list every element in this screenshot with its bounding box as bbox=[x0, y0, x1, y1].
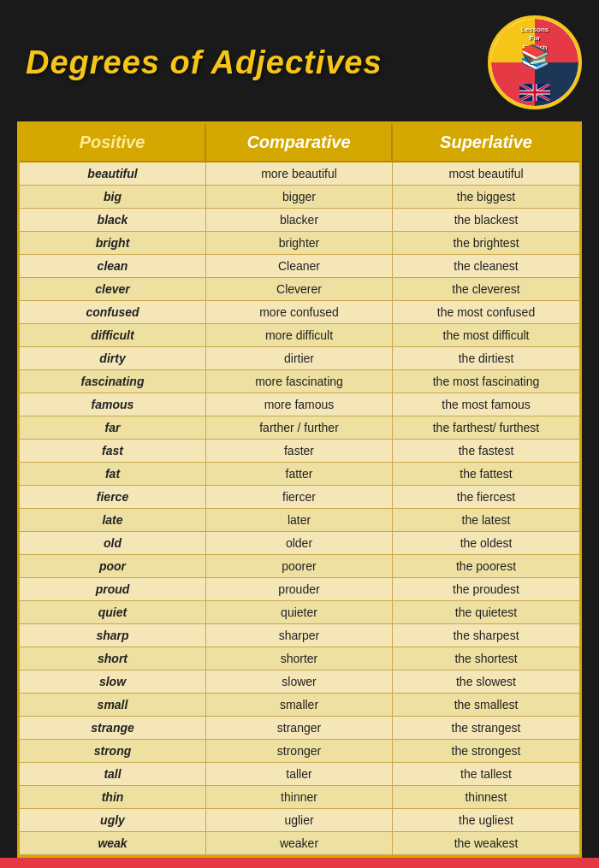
cell-positive: tall bbox=[20, 763, 206, 785]
cell-superlative: the brightest bbox=[393, 232, 579, 254]
cell-positive: fierce bbox=[20, 486, 206, 508]
table-row: confusedmore confusedthe most confused bbox=[20, 301, 579, 324]
table-row: brightbrighterthe brightest bbox=[20, 232, 579, 255]
cell-superlative: the most confused bbox=[393, 301, 579, 323]
cell-comparative: later bbox=[206, 509, 393, 531]
table-row: fatfatterthe fattest bbox=[20, 463, 579, 486]
table-row: poorpoorerthe poorest bbox=[20, 555, 579, 578]
table-row: dirtydirtierthe dirtiest bbox=[20, 347, 579, 370]
cell-superlative: the smallest bbox=[393, 694, 579, 716]
cell-comparative: slower bbox=[206, 670, 393, 693]
table-row: fastfasterthe fastest bbox=[20, 440, 579, 463]
cell-superlative: most beautiful bbox=[393, 162, 579, 185]
column-header-positive: Positive bbox=[20, 124, 206, 161]
cell-comparative: thinner bbox=[206, 786, 393, 808]
cell-comparative: Cleverer bbox=[206, 278, 393, 300]
cell-comparative: taller bbox=[206, 763, 393, 785]
cell-comparative: poorer bbox=[206, 555, 393, 577]
cell-positive: short bbox=[20, 647, 206, 670]
cell-positive: dirty bbox=[20, 347, 206, 369]
book-icon: 📚 bbox=[520, 43, 550, 71]
cell-comparative: stranger bbox=[206, 717, 393, 739]
table-row: uglyuglierthe ugliest bbox=[20, 809, 579, 832]
table-body: beautifulmore beautifulmost beautifulbig… bbox=[20, 162, 579, 855]
cell-comparative: quieter bbox=[206, 601, 393, 623]
table-row: sharpsharperthe sharpest bbox=[20, 624, 579, 647]
cell-superlative: the shortest bbox=[393, 647, 579, 670]
table-row: slowslowerthe slowest bbox=[20, 670, 579, 694]
table-row: cleverClevererthe cleverest bbox=[20, 278, 579, 301]
cell-comparative: bigger bbox=[206, 186, 393, 208]
cell-positive: strong bbox=[20, 740, 206, 762]
table-row: difficultmore difficultthe most difficul… bbox=[20, 324, 579, 347]
cell-comparative: brighter bbox=[206, 232, 393, 254]
cell-comparative: weaker bbox=[206, 832, 393, 854]
adjectives-table: Positive Comparative Superlative beautif… bbox=[17, 121, 582, 858]
table-row: strangestrangerthe strangest bbox=[20, 717, 579, 740]
cell-comparative: fiercer bbox=[206, 486, 393, 508]
cell-superlative: the most fascinating bbox=[393, 370, 579, 393]
cell-comparative: stronger bbox=[206, 740, 393, 762]
cell-superlative: the fiercest bbox=[393, 486, 579, 508]
cell-superlative: the most famous bbox=[393, 393, 579, 416]
cell-superlative: the farthest/ furthest bbox=[393, 416, 579, 439]
cell-positive: weak bbox=[20, 832, 206, 854]
column-header-superlative: Superlative bbox=[393, 124, 579, 161]
table-row: bigbiggerthe biggest bbox=[20, 186, 579, 209]
logo: LessonsForEnglish.Com 📚 bbox=[488, 15, 582, 109]
page-title: Degrees of Adjectives bbox=[26, 44, 383, 81]
cell-superlative: the most difficult bbox=[393, 324, 579, 346]
cell-superlative: the tallest bbox=[393, 763, 579, 785]
table-row: thinthinnerthinnest bbox=[20, 786, 579, 809]
cell-comparative: uglier bbox=[206, 809, 393, 831]
cell-positive: thin bbox=[20, 786, 206, 808]
cell-comparative: blacker bbox=[206, 209, 393, 231]
cell-positive: proud bbox=[20, 578, 206, 600]
cell-superlative: the fastest bbox=[393, 440, 579, 462]
cell-comparative: farther / further bbox=[206, 416, 393, 439]
column-header-comparative: Comparative bbox=[206, 124, 393, 161]
cell-superlative: the ugliest bbox=[393, 809, 579, 831]
table-row: shortshorterthe shortest bbox=[20, 647, 579, 670]
cell-comparative: sharper bbox=[206, 624, 393, 647]
cell-comparative: more beautiful bbox=[206, 162, 393, 185]
table-row: farfarther / furtherthe farthest/ furthe… bbox=[20, 416, 579, 440]
header: Degrees of Adjectives LessonsForEnglish.… bbox=[0, 0, 599, 121]
cell-positive: difficult bbox=[20, 324, 206, 346]
cell-comparative: smaller bbox=[206, 694, 393, 716]
table-row: latelaterthe latest bbox=[20, 509, 579, 532]
cell-positive: beautiful bbox=[20, 162, 206, 185]
cell-positive: fascinating bbox=[20, 370, 206, 393]
cell-superlative: the biggest bbox=[393, 186, 579, 208]
cell-positive: old bbox=[20, 532, 206, 554]
cell-superlative: the dirtiest bbox=[393, 347, 579, 369]
cell-positive: fast bbox=[20, 440, 206, 462]
table-row: oldolderthe oldest bbox=[20, 532, 579, 555]
table-row: talltallerthe tallest bbox=[20, 763, 579, 786]
cell-comparative: faster bbox=[206, 440, 393, 462]
table-row: fiercefiercerthe fiercest bbox=[20, 486, 579, 509]
table-row: cleanCleanerthe cleanest bbox=[20, 255, 579, 278]
table-row: quietquieterthe quietest bbox=[20, 601, 579, 624]
cell-positive: big bbox=[20, 186, 206, 208]
cell-superlative: the sharpest bbox=[393, 624, 579, 647]
cell-positive: clean bbox=[20, 255, 206, 277]
cell-superlative: the strangest bbox=[393, 717, 579, 739]
cell-positive: ugly bbox=[20, 809, 206, 831]
cell-superlative: the cleanest bbox=[393, 255, 579, 277]
cell-positive: confused bbox=[20, 301, 206, 323]
cell-comparative: more difficult bbox=[206, 324, 393, 346]
cell-comparative: prouder bbox=[206, 578, 393, 600]
table-row: beautifulmore beautifulmost beautiful bbox=[20, 162, 579, 186]
cell-superlative: the poorest bbox=[393, 555, 579, 577]
cell-positive: black bbox=[20, 209, 206, 231]
table-row: proudprouderthe proudest bbox=[20, 578, 579, 601]
cell-positive: late bbox=[20, 509, 206, 531]
table-row: fascinatingmore fascinatingthe most fasc… bbox=[20, 370, 579, 393]
cell-comparative: more confused bbox=[206, 301, 393, 323]
table-row: blackblackerthe blackest bbox=[20, 209, 579, 232]
table-row: famousmore famousthe most famous bbox=[20, 393, 579, 416]
cell-positive: strange bbox=[20, 717, 206, 739]
cell-positive: clever bbox=[20, 278, 206, 300]
footer: www.lessonsforenglish.com bbox=[0, 858, 599, 868]
